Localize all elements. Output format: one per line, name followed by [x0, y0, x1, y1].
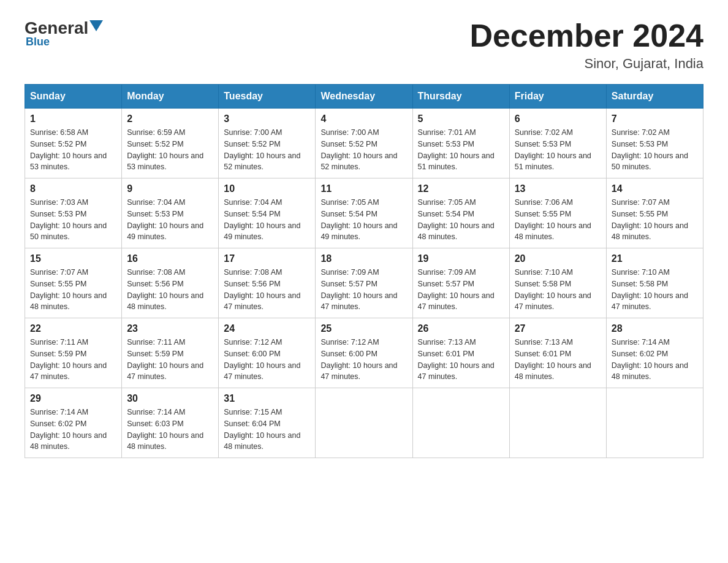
day-info: Sunrise: 7:13 AMSunset: 6:01 PMDaylight:… [515, 337, 601, 383]
day-info: Sunrise: 6:59 AMSunset: 5:52 PMDaylight:… [127, 127, 213, 173]
calendar-cell: 6 Sunrise: 7:02 AMSunset: 5:53 PMDayligh… [509, 109, 606, 178]
month-title: December 2024 [469, 18, 703, 53]
logo: General Blue [25, 18, 103, 48]
calendar-cell [316, 388, 412, 458]
day-number: 9 [127, 183, 213, 194]
day-number: 8 [30, 183, 116, 194]
calendar-cell: 1 Sunrise: 6:58 AMSunset: 5:52 PMDayligh… [25, 109, 122, 178]
calendar-week-row: 15 Sunrise: 7:07 AMSunset: 5:55 PMDaylig… [25, 248, 703, 318]
calendar-cell: 28 Sunrise: 7:14 AMSunset: 6:02 PMDaylig… [606, 318, 703, 388]
calendar-cell: 12 Sunrise: 7:05 AMSunset: 5:54 PMDaylig… [412, 178, 509, 248]
day-number: 18 [320, 253, 407, 264]
day-number: 1 [30, 113, 116, 124]
day-number: 4 [320, 113, 407, 124]
day-header-thursday: Thursday [412, 85, 509, 109]
day-info: Sunrise: 7:14 AMSunset: 6:02 PMDaylight:… [30, 407, 116, 453]
calendar-week-row: 1 Sunrise: 6:58 AMSunset: 5:52 PMDayligh… [25, 109, 703, 178]
calendar-cell: 16 Sunrise: 7:08 AMSunset: 5:56 PMDaylig… [122, 248, 219, 318]
day-header-tuesday: Tuesday [219, 85, 316, 109]
calendar-cell: 20 Sunrise: 7:10 AMSunset: 5:58 PMDaylig… [509, 248, 606, 318]
title-block: December 2024 Sinor, Gujarat, India [469, 18, 703, 72]
calendar-cell: 29 Sunrise: 7:14 AMSunset: 6:02 PMDaylig… [25, 388, 122, 458]
calendar-cell: 17 Sunrise: 7:08 AMSunset: 5:56 PMDaylig… [219, 248, 316, 318]
day-info: Sunrise: 7:12 AMSunset: 6:00 PMDaylight:… [320, 337, 407, 383]
day-number: 23 [127, 323, 213, 334]
calendar-cell: 24 Sunrise: 7:12 AMSunset: 6:00 PMDaylig… [219, 318, 316, 388]
day-number: 14 [612, 183, 698, 194]
day-number: 26 [418, 323, 504, 334]
calendar-cell: 23 Sunrise: 7:11 AMSunset: 5:59 PMDaylig… [122, 318, 219, 388]
day-number: 10 [224, 183, 310, 194]
calendar-week-row: 8 Sunrise: 7:03 AMSunset: 5:53 PMDayligh… [25, 178, 703, 248]
calendar-cell: 22 Sunrise: 7:11 AMSunset: 5:59 PMDaylig… [25, 318, 122, 388]
day-header-friday: Friday [509, 85, 606, 109]
calendar-week-row: 22 Sunrise: 7:11 AMSunset: 5:59 PMDaylig… [25, 318, 703, 388]
calendar-cell: 10 Sunrise: 7:04 AMSunset: 5:54 PMDaylig… [219, 178, 316, 248]
day-info: Sunrise: 7:09 AMSunset: 5:57 PMDaylight:… [418, 267, 504, 313]
day-number: 15 [30, 253, 116, 264]
day-info: Sunrise: 7:04 AMSunset: 5:54 PMDaylight:… [224, 197, 310, 243]
day-number: 28 [612, 323, 698, 334]
calendar-cell: 15 Sunrise: 7:07 AMSunset: 5:55 PMDaylig… [25, 248, 122, 318]
day-info: Sunrise: 7:05 AMSunset: 5:54 PMDaylight:… [320, 197, 407, 243]
day-number: 21 [612, 253, 698, 264]
day-number: 5 [418, 113, 504, 124]
calendar-cell: 25 Sunrise: 7:12 AMSunset: 6:00 PMDaylig… [316, 318, 412, 388]
day-info: Sunrise: 6:58 AMSunset: 5:52 PMDaylight:… [30, 127, 116, 173]
day-number: 11 [320, 183, 407, 194]
logo-blue: Blue [26, 36, 50, 48]
day-number: 3 [224, 113, 310, 124]
calendar-cell: 14 Sunrise: 7:07 AMSunset: 5:55 PMDaylig… [606, 178, 703, 248]
calendar-table: SundayMondayTuesdayWednesdayThursdayFrid… [25, 84, 703, 458]
day-number: 25 [320, 323, 407, 334]
calendar-cell: 19 Sunrise: 7:09 AMSunset: 5:57 PMDaylig… [412, 248, 509, 318]
day-number: 19 [418, 253, 504, 264]
day-info: Sunrise: 7:04 AMSunset: 5:53 PMDaylight:… [127, 197, 213, 243]
day-info: Sunrise: 7:05 AMSunset: 5:54 PMDaylight:… [418, 197, 504, 243]
calendar-cell: 21 Sunrise: 7:10 AMSunset: 5:58 PMDaylig… [606, 248, 703, 318]
calendar-cell: 2 Sunrise: 6:59 AMSunset: 5:52 PMDayligh… [122, 109, 219, 178]
day-number: 17 [224, 253, 310, 264]
day-info: Sunrise: 7:13 AMSunset: 6:01 PMDaylight:… [418, 337, 504, 383]
day-info: Sunrise: 7:06 AMSunset: 5:55 PMDaylight:… [515, 197, 601, 243]
day-number: 24 [224, 323, 310, 334]
calendar-cell: 26 Sunrise: 7:13 AMSunset: 6:01 PMDaylig… [412, 318, 509, 388]
day-number: 20 [515, 253, 601, 264]
day-info: Sunrise: 7:08 AMSunset: 5:56 PMDaylight:… [127, 267, 213, 313]
day-info: Sunrise: 7:07 AMSunset: 5:55 PMDaylight:… [612, 197, 698, 243]
calendar-cell: 13 Sunrise: 7:06 AMSunset: 5:55 PMDaylig… [509, 178, 606, 248]
calendar-cell: 3 Sunrise: 7:00 AMSunset: 5:52 PMDayligh… [219, 109, 316, 178]
day-number: 31 [224, 393, 310, 404]
day-number: 6 [515, 113, 601, 124]
day-info: Sunrise: 7:00 AMSunset: 5:52 PMDaylight:… [224, 127, 310, 173]
day-number: 12 [418, 183, 504, 194]
day-number: 7 [612, 113, 698, 124]
day-number: 13 [515, 183, 601, 194]
calendar-cell: 9 Sunrise: 7:04 AMSunset: 5:53 PMDayligh… [122, 178, 219, 248]
day-header-saturday: Saturday [606, 85, 703, 109]
logo-triangle-icon [89, 20, 103, 34]
day-info: Sunrise: 7:14 AMSunset: 6:02 PMDaylight:… [612, 337, 698, 383]
day-info: Sunrise: 7:14 AMSunset: 6:03 PMDaylight:… [127, 407, 213, 453]
calendar-cell: 18 Sunrise: 7:09 AMSunset: 5:57 PMDaylig… [316, 248, 412, 318]
calendar-cell: 30 Sunrise: 7:14 AMSunset: 6:03 PMDaylig… [122, 388, 219, 458]
day-number: 27 [515, 323, 601, 334]
day-header-sunday: Sunday [25, 85, 122, 109]
day-number: 30 [127, 393, 213, 404]
calendar-cell: 8 Sunrise: 7:03 AMSunset: 5:53 PMDayligh… [25, 178, 122, 248]
day-header-wednesday: Wednesday [316, 85, 412, 109]
day-info: Sunrise: 7:01 AMSunset: 5:53 PMDaylight:… [418, 127, 504, 173]
page-header: General Blue December 2024 Sinor, Gujara… [25, 18, 703, 72]
day-info: Sunrise: 7:11 AMSunset: 5:59 PMDaylight:… [30, 337, 116, 383]
day-info: Sunrise: 7:12 AMSunset: 6:00 PMDaylight:… [224, 337, 310, 383]
calendar-cell [509, 388, 606, 458]
calendar-header-row: SundayMondayTuesdayWednesdayThursdayFrid… [25, 85, 703, 109]
day-info: Sunrise: 7:15 AMSunset: 6:04 PMDaylight:… [224, 407, 310, 453]
day-info: Sunrise: 7:08 AMSunset: 5:56 PMDaylight:… [224, 267, 310, 313]
calendar-cell [412, 388, 509, 458]
calendar-cell: 7 Sunrise: 7:02 AMSunset: 5:53 PMDayligh… [606, 109, 703, 178]
calendar-cell: 27 Sunrise: 7:13 AMSunset: 6:01 PMDaylig… [509, 318, 606, 388]
calendar-cell: 31 Sunrise: 7:15 AMSunset: 6:04 PMDaylig… [219, 388, 316, 458]
day-info: Sunrise: 7:00 AMSunset: 5:52 PMDaylight:… [320, 127, 407, 173]
day-info: Sunrise: 7:03 AMSunset: 5:53 PMDaylight:… [30, 197, 116, 243]
